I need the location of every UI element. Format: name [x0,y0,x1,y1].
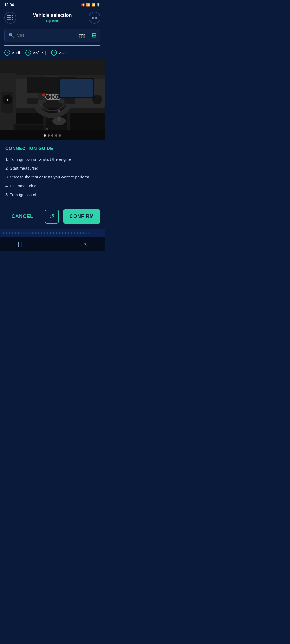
carousel-dot-4[interactable] [55,134,57,137]
guide-step-4: 4. Exit measuring. [5,183,99,189]
svg-point-30 [42,94,45,96]
mute-icon: 🔇 [81,3,85,7]
top-nav: Vehicle selection Tap here ((·)) [0,10,105,26]
check-icon: ✓ [6,51,9,54]
car-interior-image [0,59,105,140]
svg-rect-24 [60,79,93,97]
breadcrumb-audi[interactable]: ✓ Audi [4,50,20,56]
carousel-dot-3[interactable] [51,134,53,137]
carousel-dot-2[interactable] [48,134,50,137]
dots-decoration [0,229,105,237]
carousel-dot-1[interactable] [44,134,46,137]
cancel-button[interactable]: CANCEL [4,210,41,223]
search-icon: 🔍 [8,32,14,38]
connection-guide: CONNECTION GUIDE 1. Turn ignition on or … [0,140,105,204]
breadcrumb-label-year: 2023 [59,50,67,55]
vin-scan-icon[interactable]: ⊟ [92,32,96,39]
wifi-icon: 📶 [86,3,90,7]
guide-step-5: 5. Turn ignition off [5,192,99,197]
guide-step-3: 3. Choose the test or tests you want to … [5,174,99,180]
android-nav-bar: ||| ○ < [0,237,105,251]
divider [88,33,88,38]
breadcrumb-model[interactable]: ✓ A5[17-] [25,50,46,56]
svg-rect-32 [27,98,38,104]
check-circle-year: ✓ [51,50,57,56]
carousel-dot-5[interactable] [59,134,61,137]
check-circle-model: ✓ [25,50,31,56]
carousel-dots [44,134,61,137]
check-circle-audi: ✓ [4,50,10,56]
arrow-right-icon: › [96,97,98,103]
search-actions: 📷 ⊟ [79,32,96,39]
status-time: 12:04 [4,3,14,7]
refresh-button[interactable]: ↺ [45,210,59,224]
tap-hint[interactable]: Tap here [33,19,72,23]
guide-steps: 1. Turn ignition on or start the engine … [5,156,99,197]
car-image-carousel: ‹ › [0,59,105,140]
guide-title: CONNECTION GUIDE [5,146,99,151]
carousel-next-button[interactable]: › [92,95,102,104]
radio-button[interactable]: ((·)) [89,12,100,24]
decoration-dots-container [0,232,105,234]
check-icon-model: ✓ [27,51,30,54]
grid-icon [7,15,13,21]
android-back-icon[interactable]: < [84,241,87,247]
refresh-icon: ↺ [49,213,55,220]
camera-icon[interactable]: 📷 [79,32,85,38]
status-bar: 12:04 🔇 📶 📶 🔋 [0,0,105,10]
android-menu-icon[interactable]: ||| [18,241,22,247]
breadcrumb-year[interactable]: ✓ 2023 [51,50,67,56]
search-bar: 🔍 📷 ⊟ [4,29,100,42]
nav-title: Vehicle selection Tap here [33,13,72,23]
menu-button[interactable] [4,12,16,24]
guide-step-2: 2. Start measuring [5,165,99,171]
carousel-prev-button[interactable]: ‹ [3,95,12,104]
radio-icon: ((·)) [92,16,97,19]
bottom-actions: CANCEL ↺ CONFIRM [0,204,105,229]
page-title: Vehicle selection [33,13,72,18]
check-icon-year: ✓ [53,51,55,54]
svg-rect-20 [38,93,44,100]
status-icons: 🔇 📶 📶 🔋 [81,3,100,7]
guide-step-1: 1. Turn ignition on or start the engine [5,156,99,162]
breadcrumb-label-audi: Audi [12,50,20,55]
svg-rect-33 [64,98,75,104]
search-section: 🔍 📷 ⊟ [0,26,105,45]
signal-icon: 📶 [91,3,95,7]
confirm-button[interactable]: CONFIRM [63,209,100,224]
arrow-left-icon: ‹ [7,97,8,103]
breadcrumb-label-model: A5[17-] [33,50,46,55]
android-home-icon[interactable]: ○ [51,240,55,247]
vin-search-input[interactable] [17,33,76,38]
breadcrumbs: ✓ Audi ✓ A5[17-] ✓ 2023 [0,46,105,59]
battery-icon: 🔋 [96,3,100,7]
